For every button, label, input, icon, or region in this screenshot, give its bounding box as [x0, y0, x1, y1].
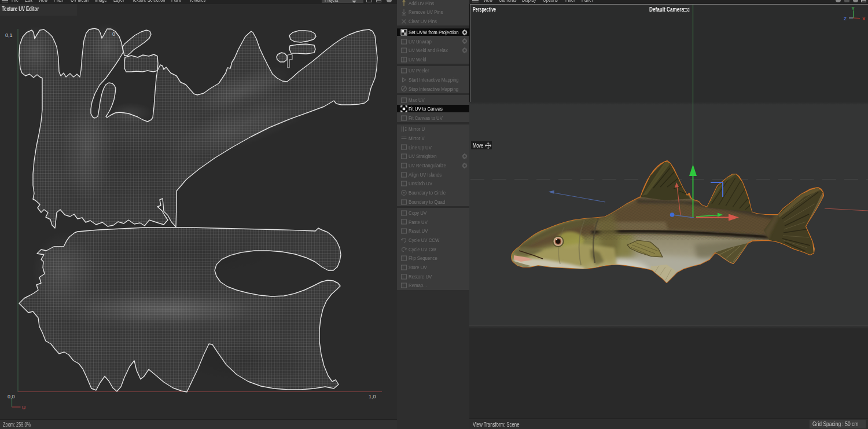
svg-text:0,1: 0,1	[5, 32, 13, 38]
svg-text:X: X	[862, 16, 866, 21]
svg-text:Y: Y	[852, 6, 855, 11]
svg-text:Z: Z	[844, 16, 847, 21]
svg-text:0,0: 0,0	[8, 394, 15, 399]
svg-text:1,0: 1,0	[369, 394, 376, 399]
svg-text:0: 0	[112, 31, 115, 37]
svg-text:U: U	[22, 405, 25, 410]
